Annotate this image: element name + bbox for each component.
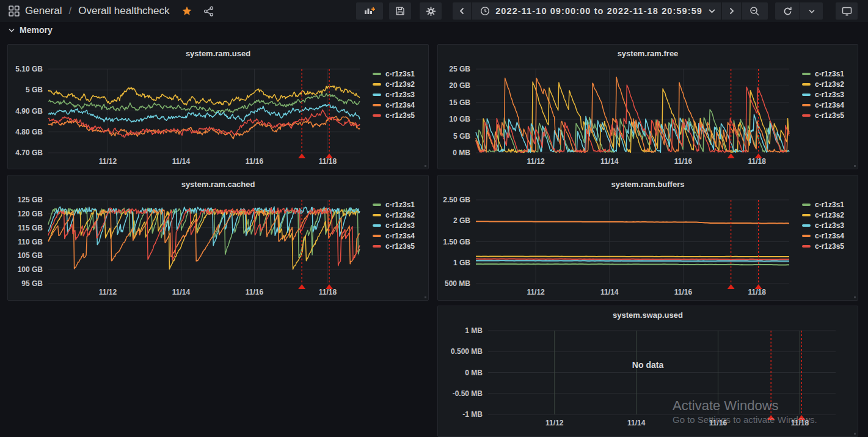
legend-swatch: [802, 204, 811, 206]
legend-item[interactable]: c-r1z3s1: [802, 68, 844, 79]
legend-label[interactable]: c-r1z3s1: [815, 201, 844, 208]
legend-item[interactable]: c-r1z3s2: [802, 210, 844, 220]
legend-item[interactable]: c-r1z3s2: [373, 210, 415, 220]
legend-label[interactable]: c-r1z3s2: [385, 81, 415, 88]
panel-resize-handle[interactable]: [425, 296, 426, 298]
legend-label[interactable]: c-r1z3s5: [815, 112, 844, 119]
legend-label[interactable]: c-r1z3s4: [385, 232, 415, 240]
cycle-view-mode-button[interactable]: [836, 2, 858, 20]
x-tick-label: 11/14: [172, 288, 191, 296]
panel-system-swap-used: system.swap.used-1 MB-0.50 MB0 MB0.500 M…: [437, 306, 858, 437]
series-lines: [476, 77, 789, 152]
legend-item[interactable]: c-r1z3s5: [373, 241, 415, 251]
chart-system-swap-used[interactable]: -1 MB-0.50 MB0 MB0.500 MB1 MB11/1211/141…: [438, 306, 858, 436]
chart-system-ram-buffers[interactable]: 500 MB1 GB1.50 GB2 GB2.50 GB11/1211/1411…: [438, 175, 858, 300]
panel-resize-handle[interactable]: [854, 433, 856, 435]
legend-swatch: [373, 245, 381, 248]
x-tick-label: 11/16: [246, 157, 264, 166]
section-memory[interactable]: Memory: [9, 25, 53, 35]
favorite-star-icon[interactable]: [181, 6, 192, 17]
panel-resize-handle[interactable]: [425, 165, 426, 167]
legend-label[interactable]: c-r1z3s4: [815, 232, 844, 240]
y-tick-label: 0 MB: [453, 149, 470, 157]
refresh-interval-dropdown[interactable]: [800, 2, 823, 20]
series-lines: [48, 207, 360, 270]
legend-item[interactable]: c-r1z3s5: [802, 110, 844, 120]
series-line-c-r1z3s5: [476, 85, 789, 153]
legend-label[interactable]: c-r1z3s2: [385, 211, 415, 219]
legend-item[interactable]: c-r1z3s1: [373, 199, 415, 210]
legend-swatch: [373, 235, 381, 237]
chart-system-ram-free[interactable]: 0 MB5 GB10 GB15 GB20 GB25 GB11/1211/1411…: [438, 45, 858, 169]
dashboard-settings-button[interactable]: [420, 2, 442, 20]
y-tick-label: 15 GB: [449, 98, 470, 107]
time-shift-back-button[interactable]: [453, 2, 471, 20]
legend-label[interactable]: c-r1z3s5: [385, 243, 415, 250]
legend-item[interactable]: c-r1z3s3: [373, 220, 415, 230]
refresh-button[interactable]: [775, 2, 800, 20]
legend-swatch: [802, 114, 811, 117]
legend-item[interactable]: c-r1z3s5: [802, 241, 844, 251]
add-panel-button[interactable]: [356, 2, 383, 20]
zoom-out-button[interactable]: [741, 2, 768, 20]
legend-swatch: [373, 104, 381, 106]
breadcrumb: General / Overall healthcheck: [9, 5, 214, 17]
legend-label[interactable]: c-r1z3s3: [385, 91, 415, 98]
legend-label[interactable]: c-r1z3s4: [385, 101, 415, 109]
legend-item[interactable]: c-r1z3s1: [802, 199, 844, 210]
x-tick-label: 11/18: [748, 288, 767, 296]
legend-label[interactable]: c-r1z3s5: [815, 243, 844, 250]
breadcrumb-title[interactable]: Overall healthcheck: [78, 5, 169, 17]
legend-swatch: [802, 224, 811, 227]
legend-label[interactable]: c-r1z3s3: [815, 222, 844, 229]
series-line-c-r1z3s1: [476, 264, 789, 265]
legend-label[interactable]: c-r1z3s1: [385, 70, 415, 78]
x-tick-label: 11/14: [172, 157, 191, 166]
refresh-controls: [775, 2, 823, 20]
y-tick-label: 500 MB: [445, 279, 470, 288]
x-tick-label: 11/12: [99, 288, 117, 296]
y-tick-label: 120 GB: [18, 210, 43, 218]
save-dashboard-button[interactable]: [389, 2, 411, 20]
legend-label[interactable]: c-r1z3s3: [385, 222, 415, 229]
legend-label[interactable]: c-r1z3s2: [815, 211, 844, 219]
legend-item[interactable]: c-r1z3s2: [802, 79, 844, 89]
legend-swatch: [802, 73, 811, 75]
legend-label[interactable]: c-r1z3s3: [815, 91, 844, 98]
legend-label[interactable]: c-r1z3s2: [815, 81, 844, 88]
y-tick-label: -1 MB: [462, 410, 483, 419]
x-tick-label: 11/16: [674, 157, 693, 166]
panel-system-ram-cached: system.ram.cached95 GB100 GB105 GB110 GB…: [7, 175, 429, 301]
y-tick-label: 10 GB: [449, 115, 470, 123]
time-shift-forward-button[interactable]: [721, 2, 741, 20]
legend-item[interactable]: c-r1z3s1: [373, 68, 415, 79]
legend-item[interactable]: c-r1z3s3: [802, 89, 844, 100]
legend-item[interactable]: c-r1z3s4: [802, 230, 844, 241]
legend-swatch: [802, 83, 811, 86]
breadcrumb-section[interactable]: General: [25, 5, 62, 17]
legend-label[interactable]: c-r1z3s5: [385, 112, 415, 119]
legend-item[interactable]: c-r1z3s3: [802, 220, 844, 230]
panel-resize-handle[interactable]: [854, 165, 856, 167]
y-tick-label: 1.50 GB: [443, 238, 470, 246]
y-tick-label: 5.10 GB: [15, 65, 43, 73]
series-lines: [48, 86, 360, 139]
legend-label[interactable]: c-r1z3s1: [815, 70, 844, 78]
chart-system-ram-used[interactable]: 4.70 GB4.80 GB4.90 GB5 GB5.10 GB11/1211/…: [8, 45, 428, 169]
panel-resize-handle[interactable]: [854, 296, 856, 298]
legend-label[interactable]: c-r1z3s4: [815, 101, 844, 109]
time-range-picker[interactable]: 2022-11-10 09:00:00 to 2022-11-18 20:59:…: [471, 2, 721, 20]
legend-item[interactable]: c-r1z3s2: [373, 79, 415, 89]
dashboards-grid-icon[interactable]: [9, 6, 20, 17]
legend-swatch: [802, 94, 811, 96]
legend-item[interactable]: c-r1z3s4: [802, 100, 844, 110]
legend-item[interactable]: c-r1z3s5: [373, 110, 415, 120]
legend-item[interactable]: c-r1z3s3: [373, 89, 415, 100]
legend: c-r1z3s1c-r1z3s2c-r1z3s3c-r1z3s4c-r1z3s5: [802, 68, 844, 120]
legend: c-r1z3s1c-r1z3s2c-r1z3s3c-r1z3s4c-r1z3s5: [373, 68, 415, 120]
legend-item[interactable]: c-r1z3s4: [373, 230, 415, 241]
chart-system-ram-cached[interactable]: 95 GB100 GB105 GB110 GB115 GB120 GB125 G…: [8, 175, 428, 300]
legend-item[interactable]: c-r1z3s4: [373, 100, 415, 110]
share-icon[interactable]: [203, 6, 214, 17]
legend-label[interactable]: c-r1z3s1: [385, 201, 415, 208]
